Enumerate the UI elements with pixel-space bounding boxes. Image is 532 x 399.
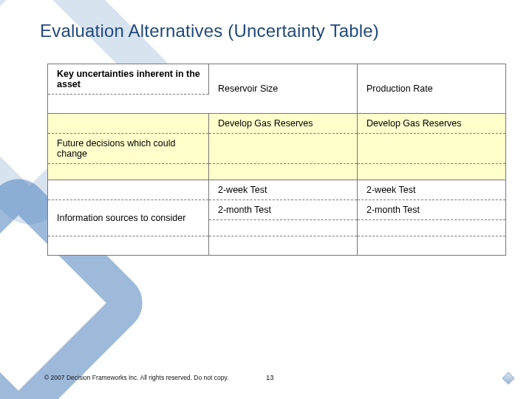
- table-header-spacer: [48, 95, 209, 114]
- table-cell-empty: [209, 220, 358, 236]
- table-cell-empty: [48, 236, 209, 256]
- slide-content: Evaluation Alternatives (Uncertainty Tab…: [0, 0, 532, 256]
- slide-title: Evaluation Alternatives (Uncertainty Tab…: [40, 21, 505, 41]
- table-cell-empty: [209, 236, 358, 256]
- table-cell-2week-1: 2-week Test: [209, 180, 358, 200]
- table-cell-2month-2: 2-month Test: [358, 200, 506, 220]
- page-number: 13: [266, 373, 274, 381]
- table-cell-develop-2: Develop Gas Reserves: [358, 114, 506, 134]
- table-row-header-label: Key uncertainties inherent in the asset: [48, 64, 209, 95]
- table-cell-2week-2: 2-week Test: [358, 180, 506, 200]
- table-cell-empty: [209, 134, 358, 164]
- table-cell-empty: [358, 164, 506, 180]
- table-header-col2: Production Rate: [358, 64, 506, 114]
- copyright-footer: © 2007 Decision Frameworks Inc. All righ…: [44, 374, 228, 381]
- table-cell-empty: [48, 164, 209, 180]
- table-cell-empty: [358, 236, 506, 256]
- table-cell-2month-1: 2-month Test: [209, 200, 358, 220]
- table-header-col1: Reservoir Size: [209, 64, 358, 114]
- company-logo-icon: [501, 372, 516, 386]
- table-cell-empty: [358, 220, 506, 236]
- table-cell-empty: [358, 134, 506, 164]
- table-row-future-label: Future decisions which could change: [48, 134, 209, 164]
- table-cell-empty: [48, 114, 209, 134]
- uncertainty-table: Key uncertainties inherent in the asset …: [47, 64, 506, 256]
- table-cell-empty: [48, 180, 209, 200]
- table-cell-empty: [209, 164, 358, 180]
- table-cell-develop-1: Develop Gas Reserves: [209, 114, 358, 134]
- table-row-info-label: Information sources to consider: [48, 200, 209, 236]
